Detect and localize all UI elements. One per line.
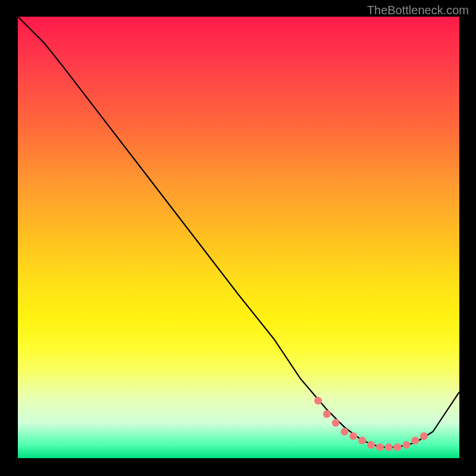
chart-svg — [18, 17, 459, 458]
curve-marker — [341, 428, 349, 436]
plot-area — [18, 17, 459, 458]
curve-marker — [385, 443, 393, 451]
attribution-text: TheBottleneck.com — [367, 4, 469, 17]
curve-marker — [314, 397, 322, 405]
curve-line — [18, 17, 459, 447]
curve-marker — [376, 443, 384, 451]
curve-marker — [411, 437, 419, 444]
curve-marker — [332, 419, 340, 427]
curve-marker — [349, 432, 357, 440]
curve-marker — [420, 432, 428, 440]
curve-marker — [367, 441, 375, 449]
marker-group — [314, 397, 428, 451]
curve-marker — [394, 443, 402, 451]
curve-marker — [323, 410, 331, 418]
curve-marker — [358, 437, 366, 444]
curve-marker — [403, 441, 411, 449]
